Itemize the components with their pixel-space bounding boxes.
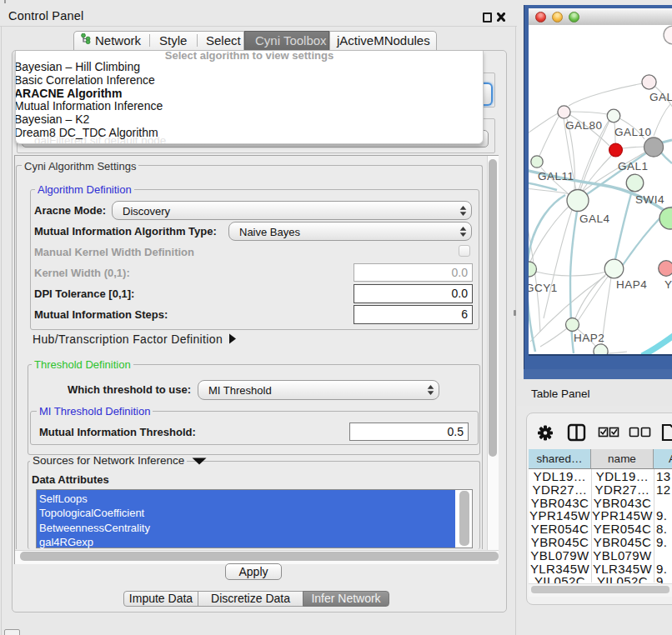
svg-text:HAP4: HAP4 [616, 278, 647, 291]
svg-text:GAL1: GAL1 [618, 160, 649, 172]
svg-text:GAL4: GAL4 [579, 212, 610, 225]
svg-text:GAL80: GAL80 [565, 119, 603, 132]
svg-text:GCY1: GCY1 [529, 282, 558, 294]
svg-text:GAL11: GAL11 [538, 170, 574, 182]
svg-text:GAL10: GAL10 [614, 126, 652, 138]
svg-text:GAL7: GAL7 [649, 91, 672, 103]
svg-text:SWI4: SWI4 [635, 193, 664, 206]
svg-text:HAP2: HAP2 [574, 332, 604, 344]
svg-text:YD: YD [664, 278, 672, 291]
